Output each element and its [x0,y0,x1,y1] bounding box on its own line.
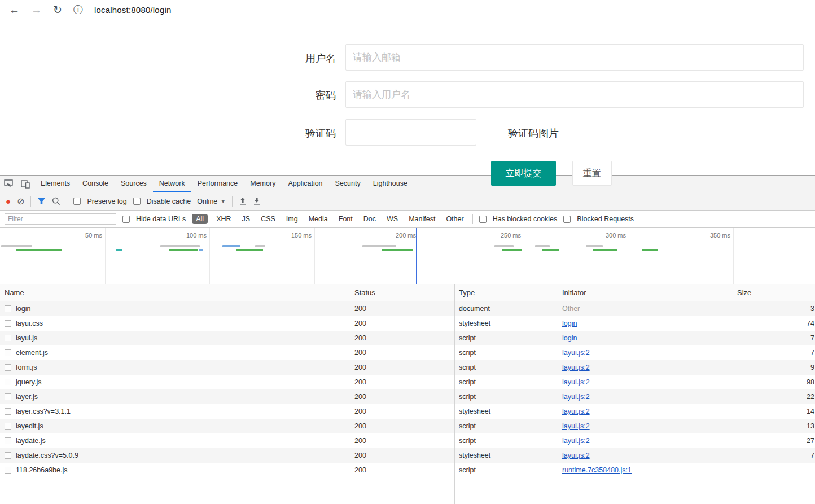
column-header-size[interactable]: Size [733,288,815,297]
disable-cache-label[interactable]: Disable cache [147,198,191,205]
inspect-element-icon[interactable] [0,176,17,192]
initiator-link[interactable]: login [562,334,577,342]
waterfall-bar [542,249,559,251]
reset-button[interactable]: 重置 [572,161,612,186]
filter-type-manifest[interactable]: Manifest [406,214,437,224]
table-row[interactable]: layui.js 200 script login 7 [0,331,815,345]
password-input[interactable] [345,81,804,108]
filter-type-css[interactable]: CSS [258,214,278,224]
timeline-tick: 50 ms [85,232,104,239]
has-blocked-cookies-label[interactable]: Has blocked cookies [493,215,558,223]
table-row[interactable]: 118.26b6a9be.js 200 script runtime.7c358… [0,463,815,477]
tab-performance[interactable]: Performance [191,176,244,192]
import-har-icon[interactable] [239,197,247,205]
initiator-link[interactable]: layui.js:2 [562,437,590,445]
export-har-icon[interactable] [253,197,261,205]
hide-data-urls-label[interactable]: Hide data URLs [136,215,186,223]
tab-lighthouse[interactable]: Lighthouse [367,176,414,192]
waterfall-bar [535,245,550,247]
tab-elements[interactable]: Elements [34,176,76,192]
tab-application[interactable]: Application [282,176,328,192]
column-header-status[interactable]: Status [350,288,454,297]
initiator-link[interactable]: layui.js:2 [562,407,590,415]
filter-type-other[interactable]: Other [444,214,466,224]
initiator-link[interactable]: layui.js:2 [562,393,590,401]
blocked-requests-label[interactable]: Blocked Requests [577,215,634,223]
preserve-log-checkbox[interactable] [73,198,81,205]
timeline-tick: 300 ms [606,232,628,239]
tab-console[interactable]: Console [76,176,115,192]
search-icon[interactable] [52,197,60,205]
column-header-initiator[interactable]: Initiator [558,288,733,297]
submit-button[interactable]: 立即提交 [491,161,556,186]
reload-icon[interactable]: ↻ [53,5,62,15]
timeline-tick: 200 ms [396,232,418,239]
column-header-type[interactable]: Type [454,288,558,297]
column-separator[interactable] [558,284,558,504]
captcha-image[interactable]: 验证码图片 [508,126,559,140]
back-icon[interactable]: ← [9,5,20,15]
table-row[interactable]: layer.css?v=3.1.1 200 stylesheet layui.j… [0,404,815,419]
filter-type-img[interactable]: Img [284,214,300,224]
url-text[interactable]: localhost:8080/login [94,5,172,15]
throttling-dropdown[interactable]: Online ▼ [197,198,226,205]
table-row[interactable]: jquery.js 200 script layui.js:2 98 [0,375,815,389]
column-separator[interactable] [350,284,350,504]
column-separator[interactable] [454,284,455,504]
table-row[interactable]: layedit.js 200 script layui.js:2 13 [0,419,815,433]
tab-memory[interactable]: Memory [244,176,282,192]
record-icon[interactable]: ● [6,197,11,205]
captcha-input[interactable] [345,119,476,146]
initiator-link[interactable]: layui.js:2 [562,452,590,459]
filter-type-xhr[interactable]: XHR [214,214,233,224]
file-icon [5,452,11,459]
initiator-link[interactable]: layui.js:2 [562,349,590,357]
request-size: 7 [733,334,815,342]
table-row[interactable]: laydate.js 200 script layui.js:2 27 [0,433,815,448]
filter-type-font[interactable]: Font [336,214,355,224]
initiator-link[interactable]: layui.js:2 [562,422,590,430]
tab-sources[interactable]: Sources [115,176,153,192]
forward-icon[interactable]: → [31,5,42,15]
request-name: form.js [16,363,37,371]
column-header-name[interactable]: Name [0,288,350,297]
network-overview-timeline[interactable]: 50 ms 100 ms 150 ms 200 ms 250 ms 300 ms… [0,228,815,284]
table-row[interactable]: login 200 document Other 3 [0,301,815,316]
page-info-icon[interactable]: ⓘ [73,3,83,16]
tab-network[interactable]: Network [153,176,191,192]
disable-cache-checkbox[interactable] [133,198,141,205]
column-separator[interactable] [733,284,733,504]
initiator-link[interactable]: runtime.7c358480.js:1 [562,466,632,474]
table-row[interactable]: form.js 200 script layui.js:2 9 [0,360,815,375]
preserve-log-label[interactable]: Preserve log [87,198,126,205]
filter-type-js[interactable]: JS [240,214,253,224]
hide-data-urls-checkbox[interactable] [122,216,130,223]
clear-icon[interactable]: ⊘ [17,197,24,206]
request-size: 74 [733,319,815,327]
request-size: 13 [733,422,815,430]
filter-toggle-icon[interactable] [37,198,46,205]
table-row[interactable]: layer.js 200 script layui.js:2 22 [0,389,815,404]
device-toolbar-icon[interactable] [17,176,34,192]
filter-type-doc[interactable]: Doc [361,214,378,224]
table-row[interactable]: layui.css 200 stylesheet login 74 [0,316,815,331]
initiator-link[interactable]: login [562,319,577,327]
blocked-requests-checkbox[interactable] [563,216,571,223]
timeline-gridline [209,228,210,284]
has-blocked-cookies-checkbox[interactable] [479,216,487,223]
table-row[interactable]: element.js 200 script layui.js:2 7 [0,345,815,360]
initiator-link[interactable]: layui.js:2 [562,363,590,371]
separator [30,196,31,207]
filter-type-media[interactable]: Media [306,214,330,224]
waterfall-bar [255,245,265,247]
table-row[interactable]: laydate.css?v=5.0.9 200 stylesheet layui… [0,448,815,463]
username-input[interactable] [345,44,804,71]
timeline-gridline [524,228,524,284]
timeline-gridline [314,228,315,284]
filter-type-ws[interactable]: WS [384,214,400,224]
domcontentloaded-marker [416,228,417,284]
initiator-link[interactable]: layui.js:2 [562,378,590,386]
filter-input[interactable] [5,213,116,225]
filter-type-all[interactable]: All [192,214,208,224]
tab-security[interactable]: Security [329,176,367,192]
